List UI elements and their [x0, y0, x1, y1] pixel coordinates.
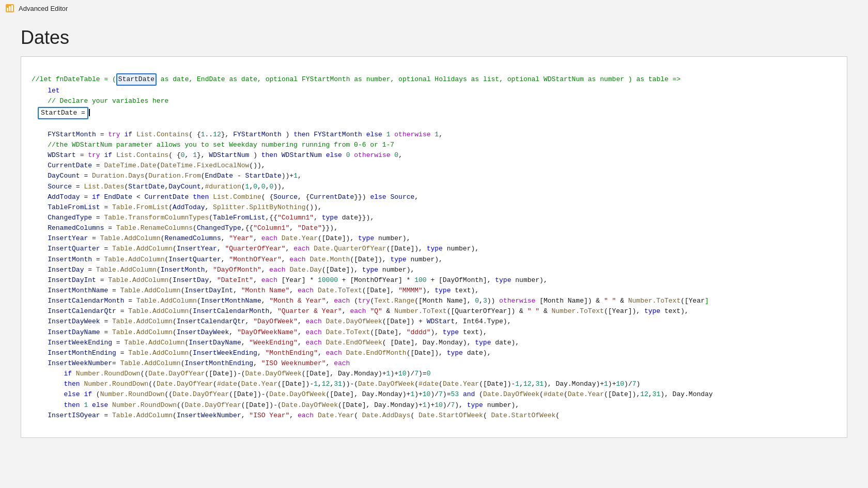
titlebar: Advanced Editor — [0, 0, 868, 17]
code-editor[interactable]: //let fnDateTable = (StartDate as date, … — [32, 63, 836, 431]
svg-rect-1 — [7, 8, 8, 11]
app-icon — [5, 4, 14, 13]
window-title: Advanced Editor — [19, 5, 68, 12]
svg-rect-2 — [9, 6, 11, 11]
editor-container[interactable]: //let fnDateTable = (StartDate as date, … — [21, 56, 847, 438]
page-heading: Dates — [0, 17, 868, 54]
svg-rect-3 — [11, 5, 13, 11]
